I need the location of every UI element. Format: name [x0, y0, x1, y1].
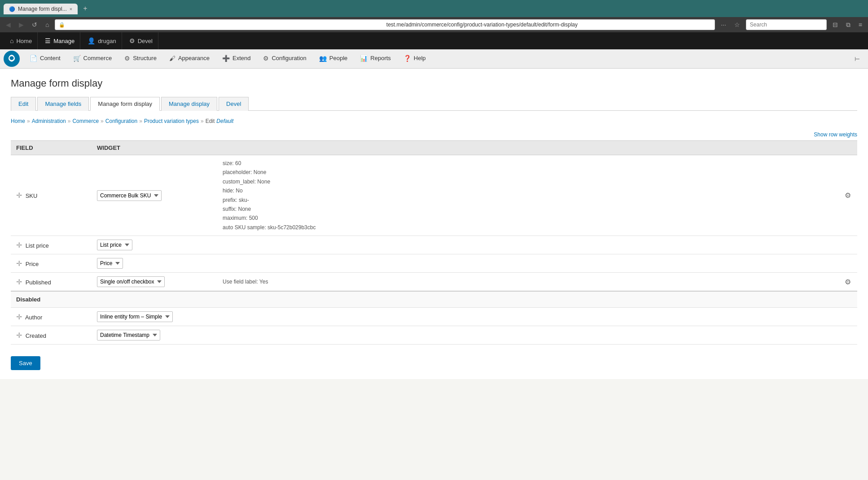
author-field-cell: ✛ Author	[11, 308, 92, 326]
nav-help[interactable]: ❓ Help	[397, 49, 432, 68]
nav-content-label: Content	[40, 55, 61, 61]
appearance-icon: 🖌	[169, 55, 175, 62]
nav-people[interactable]: 👥 People	[313, 49, 354, 68]
author-drag-handle[interactable]: ✛	[16, 313, 24, 321]
published-actions-cell: ⚙	[839, 273, 857, 292]
toolbar-user[interactable]: 👤 drugan	[82, 32, 122, 49]
tab-favicon: 🔵	[9, 6, 15, 12]
created-widget-select[interactable]: Datetime Timestamp	[97, 330, 160, 340]
sku-field-label: SKU	[26, 192, 38, 199]
toolbar-icon1[interactable]: ⊟	[830, 20, 840, 29]
published-summary-text: Use field label: Yes	[223, 279, 268, 285]
breadcrumb-configuration[interactable]: Configuration	[105, 118, 137, 124]
author-actions-cell	[839, 308, 857, 326]
home-button[interactable]: ⌂	[43, 20, 51, 29]
browser-search-input[interactable]	[746, 19, 827, 30]
tab-edit[interactable]: Edit	[11, 97, 36, 111]
nav-extend[interactable]: ➕ Extend	[216, 49, 257, 68]
nav-structure[interactable]: ⚙ Structure	[118, 49, 163, 68]
table-row-sku: ✛ SKU Commerce Bulk SKU size: 60 placeho…	[11, 155, 857, 236]
toolbar-devel[interactable]: ⚙ Devel	[124, 32, 158, 49]
created-actions-cell	[839, 326, 857, 345]
structure-icon: ⚙	[124, 55, 130, 62]
show-row-weights-link[interactable]: Show row weights	[814, 131, 857, 138]
back-button[interactable]: ◀	[4, 20, 13, 29]
nav-configuration[interactable]: ⚙ Configuration	[257, 49, 312, 68]
table-row-author: ✛ Author Inline entity form – Simple	[11, 308, 857, 326]
tab-close-button[interactable]: ×	[70, 6, 72, 12]
created-drag-handle[interactable]: ✛	[16, 332, 24, 339]
published-summary-cell: Use field label: Yes	[217, 273, 839, 292]
list-price-widget-select[interactable]: List price	[97, 240, 132, 250]
new-tab-button[interactable]: +	[79, 3, 91, 14]
published-gear-button[interactable]: ⚙	[845, 278, 851, 286]
user-icon: 👤	[88, 37, 95, 44]
page-content: Manage form display Edit Manage fields M…	[0, 69, 868, 379]
list-price-field-label: List price	[26, 242, 49, 249]
address-url: test.me/admin/commerce/config/product-va…	[386, 22, 711, 28]
sku-summary-text: size: 60 placeholder: None custom_label:…	[223, 159, 834, 232]
list-price-drag-handle[interactable]: ✛	[16, 241, 24, 249]
configuration-icon: ⚙	[263, 55, 269, 62]
nav-appearance-label: Appearance	[178, 55, 210, 61]
devel-icon: ⚙	[129, 37, 135, 44]
sku-widget-select[interactable]: Commerce Bulk SKU	[97, 190, 162, 201]
save-button[interactable]: Save	[11, 356, 40, 370]
nav-commerce-label: Commerce	[83, 55, 112, 61]
author-widget-select[interactable]: Inline entity form – Simple	[97, 311, 173, 322]
created-widget-cell: Datetime Timestamp	[92, 326, 217, 345]
more-button[interactable]: ···	[719, 20, 728, 29]
price-summary-cell	[217, 254, 839, 273]
nav-reports[interactable]: 📊 Reports	[354, 49, 397, 68]
bookmark-button[interactable]: ☆	[732, 20, 742, 29]
table-row-created: ✛ Created Datetime Timestamp	[11, 326, 857, 345]
drupal-logo[interactable]	[4, 51, 20, 67]
toolbar-toggle[interactable]: ⊢	[850, 49, 864, 68]
tab-manage-form-display[interactable]: Manage form display	[90, 97, 160, 111]
sku-gear-button[interactable]: ⚙	[845, 192, 851, 199]
price-drag-handle[interactable]: ✛	[16, 260, 24, 267]
refresh-button[interactable]: ↺	[30, 20, 39, 29]
address-bar[interactable]: 🔒 test.me/admin/commerce/config/product-…	[55, 19, 715, 30]
nav-extend-label: Extend	[232, 55, 250, 61]
published-drag-handle[interactable]: ✛	[16, 278, 24, 286]
commerce-icon: 🛒	[73, 55, 81, 62]
browser-tab-active[interactable]: 🔵 Manage form displ... ×	[4, 4, 78, 14]
browser-chrome: 🔵 Manage form displ... × +	[0, 0, 868, 17]
price-widget-select[interactable]: Price	[97, 258, 123, 269]
breadcrumb-product-variation-types[interactable]: Product variation types	[144, 118, 199, 124]
table-row-published: ✛ Published Single on/off checkbox Use f…	[11, 273, 857, 292]
tab-manage-display[interactable]: Manage display	[161, 97, 217, 111]
created-summary-cell	[217, 326, 839, 345]
tab-manage-fields[interactable]: Manage fields	[37, 97, 89, 111]
browser-nav-bar: ◀ ▶ ↺ ⌂ 🔒 test.me/admin/commerce/config/…	[0, 17, 868, 32]
breadcrumb-commerce[interactable]: Commerce	[72, 118, 99, 124]
table-row-list-price: ✛ List price List price	[11, 236, 857, 254]
created-field-label: Created	[26, 332, 46, 339]
nav-commerce[interactable]: 🛒 Commerce	[67, 49, 118, 68]
breadcrumb-administration[interactable]: Administration	[32, 118, 66, 124]
toolbar-icon3[interactable]: ≡	[856, 20, 864, 29]
forward-button[interactable]: ▶	[17, 20, 26, 29]
breadcrumb-home[interactable]: Home	[11, 118, 25, 124]
sku-summary-cell: size: 60 placeholder: None custom_label:…	[217, 155, 839, 236]
content-icon: 📄	[30, 55, 37, 62]
breadcrumb-edit: Edit	[206, 118, 215, 124]
toolbar-icon2[interactable]: ⧉	[844, 20, 853, 30]
people-icon: 👥	[319, 55, 327, 62]
nav-appearance[interactable]: 🖌 Appearance	[163, 49, 216, 68]
tab-devel[interactable]: Devel	[219, 97, 249, 111]
sku-drag-handle[interactable]: ✛	[16, 192, 24, 199]
toolbar-devel-label: Devel	[138, 38, 153, 44]
created-field-cell: ✛ Created	[11, 326, 92, 345]
list-price-actions-cell	[839, 236, 857, 254]
toolbar-manage[interactable]: ☰ Manage	[39, 32, 80, 49]
toolbar-home[interactable]: ⌂ Home	[4, 32, 38, 49]
published-widget-select[interactable]: Single on/off checkbox	[97, 276, 165, 287]
nav-content[interactable]: 📄 Content	[23, 49, 67, 68]
sku-widget-cell: Commerce Bulk SKU	[92, 155, 217, 236]
col-header-summary	[217, 141, 839, 155]
breadcrumb-sep5: »	[201, 118, 204, 124]
toolbar-home-label: Home	[16, 38, 32, 44]
nav-structure-label: Structure	[133, 55, 157, 61]
